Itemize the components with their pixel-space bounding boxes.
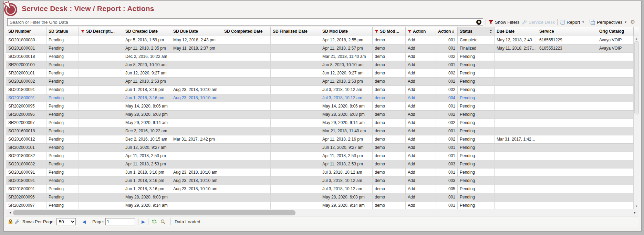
column-header-status[interactable]: Status <box>458 27 495 36</box>
cell: SR202000101 <box>6 144 46 152</box>
table-row[interactable]: SO201800082PendingApr 11, 2018, 2:53 pmA… <box>6 78 634 86</box>
vertical-scrollbar[interactable]: ▲ ▼ <box>634 36 639 209</box>
vertical-scroll-thumb[interactable] <box>634 41 639 114</box>
cell: demo <box>373 61 406 69</box>
page-number-input[interactable] <box>105 218 135 225</box>
cell: SR202000095 <box>6 102 46 111</box>
cell: demo <box>373 202 406 209</box>
cell <box>222 168 271 177</box>
table-row[interactable]: SR202000101PendingJun 12, 2020, 9:27 amJ… <box>6 144 634 152</box>
column-header-action[interactable]: Action # <box>436 27 458 36</box>
cell <box>171 160 222 168</box>
column-header-sd-mod-date[interactable]: SD Mod Date <box>320 27 373 36</box>
table-row[interactable]: SR202000101PendingJun 12, 2020, 9:27 amJ… <box>6 69 634 78</box>
cell: Jun 1, 2018, 3:16 pm <box>123 168 171 177</box>
cell <box>222 119 271 127</box>
lock-icon[interactable] <box>8 219 13 224</box>
cell <box>222 160 271 168</box>
table-row[interactable]: SO201600018PendingDec 2, 2016, 10:22 amM… <box>6 53 634 61</box>
scroll-right-icon[interactable]: ► <box>632 211 638 214</box>
table-row[interactable]: SO201600012PendingDec 2, 2016, 10:15 amM… <box>6 135 634 144</box>
cell: Pending <box>458 202 495 209</box>
scroll-down-icon[interactable]: ▼ <box>635 204 638 209</box>
table-row[interactable]: SO201800081PendingApr 11, 2018, 2:35 pmM… <box>6 44 634 53</box>
table-row[interactable]: SR202000097PendingMay 29, 2020, 9:14 amM… <box>6 119 634 127</box>
table-row[interactable]: SO201600018PendingDec 2, 2016, 10:22 amM… <box>6 127 634 135</box>
scroll-up-icon[interactable]: ▲ <box>635 36 638 41</box>
rows-per-page-select[interactable]: 50 <box>56 218 76 225</box>
column-header-sd-status[interactable]: SD Status <box>46 27 79 36</box>
column-header-sd-descripti[interactable]: SD Descripti… <box>79 27 123 36</box>
column-header-action[interactable]: Action <box>406 27 436 36</box>
wrench-icon[interactable] <box>14 219 20 224</box>
column-header-due-date[interactable]: Due Date <box>495 27 537 36</box>
horizontal-scroll-thumb[interactable] <box>13 210 295 215</box>
table-row[interactable]: SR202000097PendingMay 29, 2020, 9:14 amM… <box>6 202 634 209</box>
grid-footer: Rows Per Page: 50 ◀ Page: ▶ Data Loaded <box>6 216 639 227</box>
column-header-sd-created-date[interactable]: SD Created Date <box>123 27 171 36</box>
column-header-orig-catalog[interactable]: Orig Catalog <box>597 27 634 36</box>
clear-search-icon[interactable]: ✕ <box>476 20 481 25</box>
cell <box>222 152 271 160</box>
column-header-service[interactable]: Service <box>537 27 597 36</box>
cell: Pending <box>46 61 79 69</box>
scroll-left-icon[interactable]: ◄ <box>7 211 13 214</box>
cell <box>495 78 537 86</box>
magnifier-icon[interactable] <box>160 219 166 224</box>
cell: Apr 11, 2018, 2:53 pm <box>123 152 171 160</box>
cell: Pending <box>46 94 79 102</box>
sort-indicator-icon[interactable] <box>489 30 492 33</box>
cell <box>271 185 320 193</box>
settings-gear-icon[interactable]: ⚙ <box>631 19 635 25</box>
cell: 002 <box>436 53 458 61</box>
search-input[interactable] <box>9 19 476 25</box>
table-row[interactable]: SR202000096PendingMay 28, 2020, 6:03 pmM… <box>6 111 634 119</box>
cell <box>597 135 634 144</box>
column-header-sd-number[interactable]: SD Number <box>6 27 46 36</box>
table-row[interactable]: SR202000100PendingJun 8, 2020, 10:10 amJ… <box>6 61 634 69</box>
table-row-selected[interactable]: SO201800091PendingJun 1, 2018, 3:16 pmAu… <box>6 94 634 102</box>
app-window: Service Desk : View / Report : Actions ✕… <box>3 1 642 232</box>
cell <box>79 61 123 69</box>
cell <box>597 86 634 94</box>
cell: May 29, 2020, 9:14 am <box>320 119 373 127</box>
refresh-icon[interactable] <box>152 219 157 224</box>
cell <box>271 177 320 185</box>
table-row[interactable]: SO201800082PendingApr 11, 2018, 2:53 pmA… <box>6 152 634 160</box>
cell <box>597 177 634 185</box>
cell <box>171 61 222 69</box>
table-row[interactable]: SO201800080PendingApr 5, 2018, 1:59 pmMa… <box>6 36 634 44</box>
perspectives-menu-button[interactable]: Perspectives ▼ <box>590 20 627 25</box>
cell: Pending <box>458 111 495 119</box>
cell <box>495 185 537 193</box>
previous-page-button[interactable]: ◀ <box>82 219 86 224</box>
table-row[interactable]: SO201800082PendingApr 11, 2018, 2:53 pmA… <box>6 160 634 168</box>
column-header-sd-finalized-date[interactable]: SD Finalized Date <box>271 27 320 36</box>
table-row[interactable]: SR202000095PendingMay 14, 2020, 8:06 amM… <box>6 102 634 111</box>
cell: 002 <box>436 111 458 119</box>
column-header-sd-completed-date[interactable]: SD Completed Date <box>222 27 271 36</box>
cell <box>495 152 537 160</box>
column-header-sd-mod[interactable]: SD Mod… <box>373 27 406 36</box>
cell <box>537 86 597 94</box>
cell: 002 <box>436 119 458 127</box>
table-row[interactable]: SO201800091PendingJun 1, 2018, 3:16 pmAu… <box>6 86 634 94</box>
column-header-sd-due-date[interactable]: SD Due Date <box>171 27 222 36</box>
cell <box>222 177 271 185</box>
table-row[interactable]: SO201800091PendingJun 1, 2018, 3:16 pmAu… <box>6 177 634 185</box>
table-row[interactable]: SO201800091PendingJun 1, 2018, 3:16 pmAu… <box>6 168 634 177</box>
table-row[interactable]: SR202000096PendingMay 28, 2020, 6:03 pmM… <box>6 193 634 202</box>
report-menu-button[interactable]: Report ▼ <box>560 20 584 25</box>
next-page-button[interactable]: ▶ <box>142 219 145 224</box>
cell: demo <box>373 193 406 202</box>
report-label: Report <box>567 20 580 25</box>
cell <box>222 44 271 53</box>
table-row[interactable]: SO201800091PendingJun 1, 2018, 3:16 pmAu… <box>6 185 634 193</box>
cell: demo <box>373 111 406 119</box>
cell: Pending <box>458 102 495 111</box>
horizontal-scrollbar[interactable]: ◄ ► <box>6 209 639 216</box>
cell: demo <box>373 185 406 193</box>
show-filters-button[interactable]: Show Filters <box>488 20 520 25</box>
cell <box>79 102 123 111</box>
cell <box>537 152 597 160</box>
